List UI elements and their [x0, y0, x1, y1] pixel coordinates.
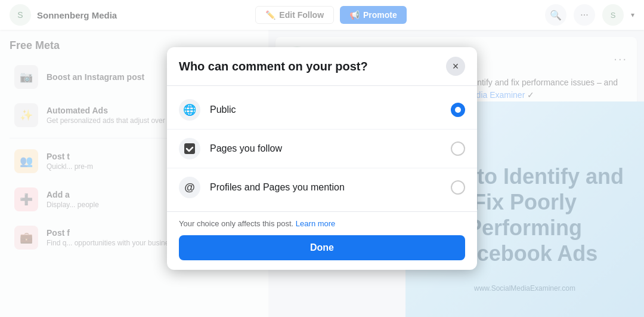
radio-public[interactable]: [451, 103, 465, 117]
option-pages-label: Pages you follow: [210, 143, 441, 154]
option-pages-follow[interactable]: Pages you follow: [167, 130, 477, 168]
option-profiles-mention[interactable]: @ Profiles and Pages you mention: [167, 168, 477, 207]
modal-overlay: Who can comment on your post? × 🌐 Public: [0, 0, 644, 317]
option-public[interactable]: 🌐 Public: [167, 91, 477, 130]
comment-modal: Who can comment on your post? × 🌐 Public: [167, 47, 477, 270]
pages-follow-icon: [179, 138, 200, 159]
modal-close-button[interactable]: ×: [446, 57, 465, 76]
globe-option-icon: 🌐: [179, 99, 200, 121]
option-public-label: Public: [210, 104, 441, 115]
modal-header: Who can comment on your post? ×: [167, 47, 477, 86]
at-icon: @: [179, 177, 200, 198]
footer-note: Your choice only affects this post. Lear…: [179, 219, 465, 228]
done-button[interactable]: Done: [179, 235, 465, 260]
radio-pages-follow[interactable]: [451, 141, 465, 156]
radio-profiles[interactable]: [451, 180, 465, 195]
modal-options: 🌐 Public Pages you follow @ Prof: [167, 86, 477, 211]
option-profiles-label: Profiles and Pages you mention: [210, 182, 441, 193]
learn-more-link[interactable]: Learn more: [296, 219, 335, 228]
modal-title: Who can comment on your post?: [179, 60, 368, 73]
svg-rect-0: [184, 143, 195, 154]
modal-footer: Your choice only affects this post. Lear…: [167, 211, 477, 270]
close-icon: ×: [453, 60, 459, 73]
